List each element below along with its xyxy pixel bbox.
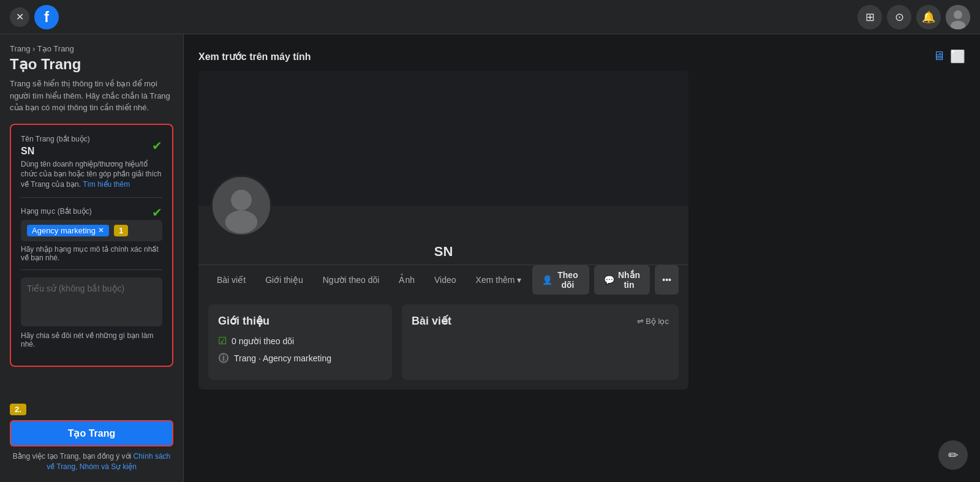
page-nav-actions: 👤 Theo dõi 💬 Nhắn tin ••• [532, 265, 679, 295]
svg-point-4 [231, 190, 252, 211]
page-description: Trang sẽ hiển thị thông tin về bạn để mọ… [10, 78, 173, 114]
page-preview-card: SN Bài viết Giới thiệu Người theo dõi Ản… [198, 71, 688, 390]
category-hint: Hãy nhập hạng mục mô tả chính xác nhất v… [21, 245, 162, 262]
nav-item-video[interactable]: Video [426, 268, 465, 292]
nav-item-posts[interactable]: Bài viết [208, 268, 254, 292]
svg-point-1 [954, 10, 962, 19]
category-group: Hạng mục (Bắt buộc) ✔ Agency marketing ✕… [21, 205, 162, 262]
follow-label: Theo dõi [556, 270, 579, 290]
desktop-icon[interactable]: 🖥 [933, 49, 945, 64]
more-button[interactable]: ••• [655, 265, 679, 295]
tablet-icon[interactable]: ⬜ [950, 49, 965, 64]
category-label: Hạng mục (Bắt buộc) [21, 207, 92, 216]
page-content: Giới thiệu ☑ 0 người theo dõi ⓘ Trang · … [198, 295, 688, 390]
main-layout: Trang › Tạo Trang Tạo Trang Trang sẽ hiể… [0, 34, 980, 482]
intro-title: Giới thiệu [218, 314, 382, 328]
nav-item-more[interactable]: Xem thêm ▾ [467, 268, 530, 292]
category-field[interactable]: Agency marketing ✕ 1 [21, 220, 162, 241]
page-avatar [211, 175, 272, 236]
followers-item: ☑ 0 người theo dõi [218, 335, 382, 347]
message-button[interactable]: 💬 Nhắn tin [594, 265, 650, 295]
message-label: Nhắn tin [618, 270, 641, 290]
divider [21, 197, 162, 198]
edit-icon: ✏ [948, 448, 959, 462]
avatar-icon [213, 175, 270, 236]
more-icon: ••• [662, 275, 671, 285]
tag-remove-icon[interactable]: ✕ [98, 226, 104, 235]
intro-section: Giới thiệu ☑ 0 người theo dõi ⓘ Trang · … [208, 304, 392, 380]
filter-button[interactable]: ⇌ Bộ lọc [637, 317, 669, 326]
grid-icon-button[interactable]: ⊞ [858, 5, 882, 29]
svg-point-5 [225, 211, 258, 234]
terms-text: Bằng việc tạo Trang, bạn đồng ý với Chín… [10, 451, 173, 472]
create-page-button[interactable]: Tạo Trang [10, 420, 173, 446]
divider2 [21, 269, 162, 270]
bell-icon-button[interactable]: 🔔 [916, 5, 941, 29]
close-icon: ✕ [16, 11, 24, 23]
form-card: Tên Trang (bắt buộc) SN ✔ Dùng tên doanh… [10, 124, 173, 367]
floating-edit-button[interactable]: ✏ [938, 440, 968, 470]
navbar-left: ✕ f [10, 5, 59, 29]
step2-badge: 2. [10, 404, 26, 415]
avatar [946, 5, 970, 29]
message-icon: 💬 [604, 275, 614, 285]
navbar: ✕ f ⊞ ⊙ 🔔 [0, 0, 980, 34]
messenger-icon: ⊙ [895, 10, 904, 24]
nav-item-photos[interactable]: Ảnh [390, 268, 423, 292]
grid-icon: ⊞ [865, 10, 875, 24]
posts-header: Bài viết ⇌ Bộ lọc [412, 314, 669, 328]
messenger-icon-button[interactable]: ⊙ [887, 5, 911, 29]
posts-section: Bài viết ⇌ Bộ lọc [402, 304, 679, 380]
page-name-hint: Dùng tên doanh nghiệp/thương hiệu/tổ chứ… [21, 159, 162, 190]
page-name-value: SN [21, 146, 90, 157]
user-avatar-button[interactable] [946, 5, 970, 29]
bio-hint: Hãy chia sẻ đôi nét về những gì bạn làm … [21, 331, 162, 348]
follow-button[interactable]: 👤 Theo dõi [532, 265, 589, 295]
close-button[interactable]: ✕ [10, 7, 29, 27]
nav-item-intro[interactable]: Giới thiệu [257, 268, 312, 292]
page-name-group: Tên Trang (bắt buộc) SN ✔ Dùng tên doanh… [21, 135, 162, 190]
facebook-logo: f [34, 5, 59, 29]
avatar-section [198, 175, 688, 236]
breadcrumb: Trang › Tạo Trang [10, 44, 173, 53]
terms-link-groups[interactable]: Nhóm và Sự kiện [80, 462, 137, 471]
category-check-icon: ✔ [152, 205, 162, 220]
preview-header: Xem trước trên máy tính 🖥 ⬜ [198, 49, 965, 64]
sidebar: Trang › Tạo Trang Tạo Trang Trang sẽ hiể… [0, 34, 184, 482]
page-name-label: Tên Trang (bắt buộc) SN [21, 135, 90, 157]
page-nav: Bài viết Giới thiệu Người theo dõi Ảnh V… [198, 265, 688, 295]
bell-icon: 🔔 [922, 10, 935, 24]
category-badge: 1 [114, 225, 128, 236]
page-type-text: Trang · Agency marketing [234, 353, 331, 363]
followers-text: 0 người theo dõi [232, 336, 294, 346]
info-icon: ⓘ [218, 353, 229, 364]
preview-page-name: SN [198, 244, 688, 265]
preview-title: Xem trước trên máy tính [198, 51, 311, 62]
nav-item-followers[interactable]: Người theo dõi [314, 268, 388, 292]
page-title: Tạo Trang [10, 56, 173, 73]
page-type-item: ⓘ Trang · Agency marketing [218, 353, 382, 364]
category-row: Hạng mục (Bắt buộc) ✔ [21, 205, 162, 220]
navbar-right: ⊞ ⊙ 🔔 [858, 5, 970, 29]
bio-group: Tiểu sử (không bắt buộc) Hãy chia sẻ đôi… [21, 277, 162, 348]
device-icons: 🖥 ⬜ [933, 49, 965, 64]
page-name-row: Tên Trang (bắt buộc) SN ✔ [21, 135, 162, 157]
bio-placeholder: Tiểu sử (không bắt buộc) [27, 284, 124, 293]
check-icon: ✔ [152, 138, 162, 153]
learn-more-link[interactable]: Tìm hiểu thêm [83, 180, 130, 189]
preview-area: Xem trước trên máy tính 🖥 ⬜ S [184, 34, 980, 482]
follow-icon: 👤 [542, 275, 552, 285]
posts-title: Bài viết [412, 314, 451, 328]
followers-check-icon: ☑ [218, 335, 227, 347]
bio-input[interactable]: Tiểu sử (không bắt buộc) [21, 277, 162, 326]
agency-marketing-tag[interactable]: Agency marketing ✕ [27, 225, 109, 236]
